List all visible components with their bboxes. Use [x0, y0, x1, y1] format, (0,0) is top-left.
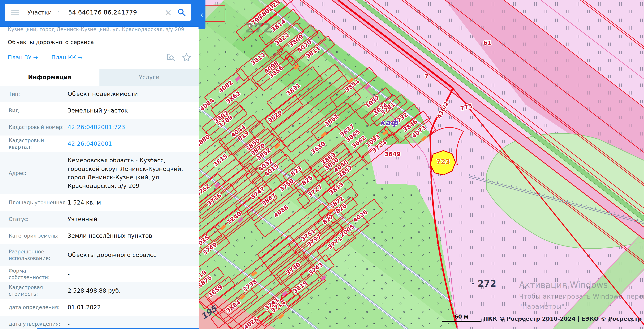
row-label: Кадастровая стоимость:	[9, 284, 68, 297]
parcel-label: 7	[424, 73, 428, 80]
panel-scrollbar[interactable]	[37, 328, 199, 329]
tab-bar: ИнформацияУслуги	[0, 69, 199, 86]
row-label: Тип:	[9, 91, 68, 97]
row-value-link[interactable]: 42:26:0402001	[68, 140, 187, 148]
plan-zu-link[interactable]: План ЗУ →	[8, 54, 38, 61]
table-row: дата определения: 01.01.2022	[0, 299, 199, 316]
clear-search-icon[interactable]: ×	[164, 7, 172, 18]
row-value: -	[68, 320, 187, 328]
row-label: Вид:	[9, 107, 68, 114]
row-value: 1 524 кв. м	[68, 198, 187, 207]
windows-activation-watermark: Активация Windows Чтобы активировать Win…	[519, 280, 644, 310]
tab-services[interactable]: Услуги	[100, 69, 199, 86]
parcel-label: 723	[436, 158, 450, 165]
search-field: Участки ˅ ×	[5, 4, 191, 21]
row-label: Разрешенное использование:	[9, 248, 68, 261]
row-label: Статус:	[9, 216, 68, 222]
row-value: Кемеровская область - Кузбасс, городской…	[68, 156, 187, 190]
table-row: Кадастровый квартал: 42:26:0402001	[0, 136, 199, 152]
row-label: дата утверждения:	[9, 321, 68, 327]
search-icon[interactable]	[177, 8, 186, 17]
row-label: Кадастровый номер:	[9, 124, 68, 131]
search-input[interactable]	[68, 9, 164, 16]
parcel-label: 61	[483, 40, 492, 46]
table-row: Статус: Учтенный	[0, 211, 199, 227]
table-row: Площадь уточненная: 1 524 кв. м	[0, 194, 199, 211]
table-row: дата утверждения: -	[0, 316, 199, 329]
row-value: Земельный участок	[68, 106, 187, 115]
map-attribution: ПКК © Росреестр 2010-2024 | ЕЭКО © Росре…	[483, 315, 642, 322]
row-value: 01.01.2022	[68, 303, 187, 311]
collapse-panel-button[interactable]: ‹	[198, 0, 206, 29]
row-label: Площадь уточненная:	[9, 199, 68, 206]
table-row: Кадастровый номер: 42:26:0402001:723	[0, 119, 199, 136]
scale-label: 60 м	[454, 313, 468, 320]
row-value: Объект недвижимости	[68, 90, 187, 98]
row-value: -	[68, 270, 187, 278]
parcel-label: 272	[245, 21, 272, 36]
row-value: 2 528 498,88 руб.	[68, 286, 187, 295]
row-value: Объекты дорожного сервиса	[68, 251, 187, 259]
scale-bar: 60 м	[442, 313, 481, 322]
info-table: Тип: Объект недвижимости Вид: Земельный …	[0, 86, 199, 329]
object-category: Объекты дорожного сервиса	[8, 39, 191, 46]
table-row: Категория земель: Земли населённых пункт…	[0, 227, 199, 244]
table-row: Форма собственности: -	[0, 266, 199, 282]
menu-icon[interactable]	[11, 10, 19, 15]
row-label: Кадастровый квартал:	[9, 137, 68, 150]
row-label: Категория земель:	[9, 232, 68, 239]
search-bar: Участки ˅ ×	[0, 0, 205, 27]
favorite-star-icon[interactable]	[182, 53, 191, 62]
parcel-label: каф	[380, 118, 398, 127]
table-row: Вид: Земельный участок	[0, 102, 199, 119]
table-row: Тип: Объект недвижимости	[0, 86, 199, 102]
row-value: Земли населённых пунктов	[68, 232, 187, 240]
app: 4025380137993814382238094070381138124098…	[0, 0, 644, 329]
row-label: Адрес:	[9, 170, 68, 176]
chevron-down-icon[interactable]: ˅	[57, 11, 60, 15]
info-panel: Участки ˅ × Земельный участок 42:26:0402…	[0, 0, 199, 329]
table-row: Разрешенное использование: Объекты дорож…	[0, 244, 199, 266]
parcel-label: · 272	[471, 278, 496, 289]
search-category-select[interactable]: Участки	[28, 9, 52, 16]
row-label: Форма собственности:	[9, 267, 68, 281]
table-row: Кадастровая стоимость: 2 528 498,88 руб.	[0, 282, 199, 299]
tab-information[interactable]: Информация	[0, 69, 100, 86]
row-value-link[interactable]: 42:26:0402001:723	[68, 123, 187, 131]
row-label: дата определения:	[9, 304, 68, 311]
parcel-label: 3649	[384, 151, 401, 158]
plan-kk-link[interactable]: План КК →	[51, 54, 82, 61]
row-value: Учтенный	[68, 215, 187, 223]
table-row: Адрес: Кемеровская область - Кузбасс, го…	[0, 152, 199, 194]
zoom-to-object-icon[interactable]	[166, 53, 175, 62]
